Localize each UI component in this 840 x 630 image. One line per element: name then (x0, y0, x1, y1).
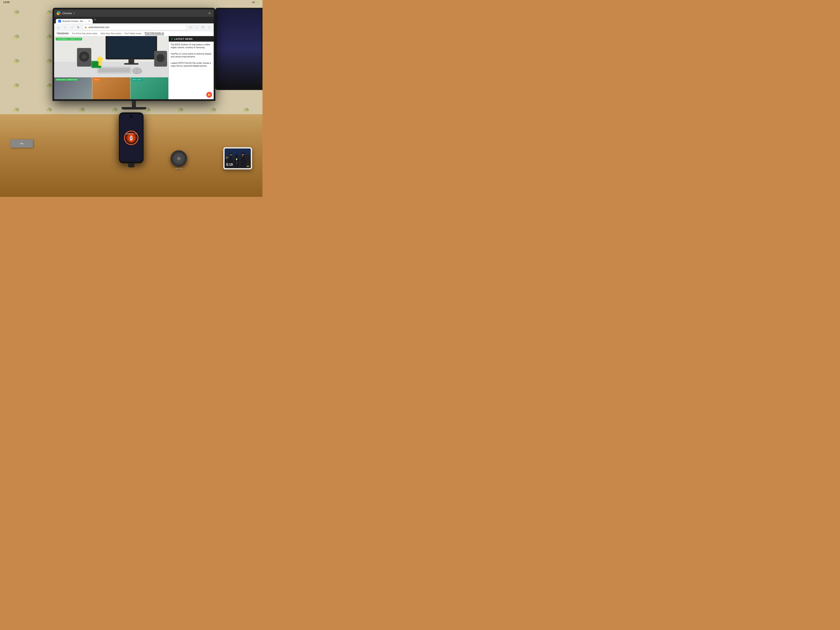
tab-close-button[interactable]: ✕ (88, 20, 90, 22)
turtle-icon: 🐢 (0, 49, 33, 73)
turtle-icon: 🐢 (0, 24, 33, 49)
chrome-titlebar: Chrome ▾ ✕ (54, 9, 214, 17)
hdd-label: HDD (20, 143, 24, 144)
sidebar-news: ★ LATEST NEWS The ASUS Zenfone 10 may fe… (169, 36, 214, 99)
chrome-close-button[interactable]: ✕ (208, 11, 211, 15)
chrome-tabs-bar: Android Central - News, Revie... ✕ + (54, 17, 214, 24)
back-button[interactable]: ← (62, 24, 68, 30)
status-time: 14:00 (3, 1, 9, 4)
signal-icon: 5G (252, 1, 255, 3)
reload-button[interactable]: ↻ (76, 24, 81, 30)
sub-article-2[interactable]: DEALS (92, 77, 130, 99)
site-nav: TRENDING Pre-Prime Day phone deals Moto … (54, 31, 214, 36)
svg-rect-41 (242, 154, 243, 155)
notification-bell-button[interactable]: 🔔 (206, 92, 212, 98)
android14-logo: ANDROID 14 (124, 131, 139, 145)
phone-stand (128, 163, 134, 167)
nav-link-pixel-tablet[interactable]: Pixel Tablet review (125, 32, 142, 35)
bookmark-button[interactable]: ☆ (188, 24, 194, 30)
smart-display: 5:19 96° (223, 147, 252, 169)
smart-display-frame: 5:19 96° (223, 147, 252, 169)
display-temp: 96° (247, 165, 249, 167)
chrome-active-tab[interactable]: Android Central - News, Revie... ✕ (56, 19, 93, 24)
svg-rect-33 (238, 155, 241, 168)
phone-frame: ANDROID 14 (119, 112, 144, 163)
home-button[interactable]: ⌂ (56, 24, 62, 30)
menu-button[interactable]: ⋮ (206, 24, 212, 30)
download-button[interactable]: ↓ (194, 24, 200, 30)
secondary-screen (216, 9, 261, 88)
desk-illustration (54, 36, 169, 77)
speaker-body (171, 150, 187, 167)
monitor: Chrome ▾ ✕ Android Central - News, Revie… (52, 8, 215, 109)
main-article[interactable]: CHROMEBOX COMPETITOR (54, 36, 169, 99)
news-item-text-3: Leaked OPPO Find N3 Flip render reveals … (171, 62, 212, 68)
smart-display-screen: 5:19 96° (224, 148, 251, 168)
chrome-browser: Chrome ▾ ✕ Android Central - News, Revie… (54, 9, 214, 99)
svg-marker-21 (130, 135, 133, 137)
speaker: CREATIVE (169, 150, 189, 169)
news-item-text-2: OnePlus 12 rumor points to welcome displ… (171, 52, 212, 58)
nav-link-razr[interactable]: Moto Razr Plus review (101, 32, 121, 35)
site-content: CHROMEBOX COMPETITOR (54, 36, 214, 99)
chrome-logo-icon (57, 11, 61, 15)
svg-rect-36 (226, 157, 227, 157)
nav-link-pixel-fold[interactable]: Pixel Fold hands on (145, 32, 164, 35)
svg-rect-39 (230, 155, 231, 155)
news-item-1[interactable]: The ASUS Zenfone 10 may feature a rather… (169, 42, 214, 51)
sub-article-1[interactable]: SOME REAL COMPETITION (54, 77, 92, 99)
chrome-dropdown-icon[interactable]: ▾ (73, 12, 74, 14)
sub-badge-3: BEST BUDS (132, 79, 142, 81)
hard-drive: HDD (11, 139, 33, 148)
url-text: androidcentral.com (88, 26, 109, 29)
extensions-button[interactable]: ⬡ (200, 24, 206, 30)
svg-rect-13 (98, 68, 130, 73)
nav-link-preprime[interactable]: Pre-Prime Day phone deals (72, 32, 98, 35)
trending-label: TRENDING (57, 32, 69, 35)
svg-rect-6 (124, 63, 139, 65)
svg-point-9 (82, 54, 86, 59)
new-tab-button[interactable]: + (94, 17, 96, 22)
sub-article-3[interactable]: BEST BUDS (130, 77, 169, 99)
hdd-body: HDD (11, 139, 33, 148)
news-item-3[interactable]: Leaked OPPO Find N3 Flip render reveals … (169, 60, 214, 69)
article-image (54, 36, 169, 77)
monitor-stand-neck (132, 101, 136, 107)
speaker-brand-label: CREATIVE (169, 167, 189, 169)
tab-favicon-icon (58, 20, 61, 22)
svg-rect-5 (128, 60, 134, 64)
turtle-icon: 🐢 (0, 73, 33, 98)
latest-news-title: LATEST NEWS (175, 38, 193, 40)
article-badge: CHROMEBOX COMPETITOR (56, 38, 82, 40)
forward-button[interactable]: → (69, 24, 75, 30)
svg-rect-42 (243, 154, 244, 155)
sub-articles-row: SOME REAL COMPETITION DEALS BEST BUDS (54, 77, 169, 99)
chrome-toolbar: ⌂ ← → ↻ 🔒 androidcentral.com (54, 24, 214, 31)
star-icon: ★ (171, 37, 173, 40)
svg-point-11 (156, 54, 164, 62)
sub-badge-2: DEALS (93, 79, 101, 81)
svg-rect-37 (227, 157, 228, 157)
toolbar-icons: ☆ ↓ ⬡ ⋮ (188, 24, 212, 30)
sub-badge-1: SOME REAL COMPETITION (55, 79, 78, 81)
phone: ANDROID 14 (119, 112, 144, 167)
speaker-cone (176, 155, 182, 162)
svg-point-18 (97, 57, 103, 62)
phone-screen: ANDROID 14 (120, 114, 142, 162)
battery-icon: 🔋 (256, 1, 259, 4)
address-bar[interactable]: 🔒 androidcentral.com (82, 24, 187, 30)
svg-point-45 (236, 158, 237, 160)
display-time: 5:19 (226, 163, 233, 167)
svg-rect-40 (231, 155, 232, 155)
lock-icon: 🔒 (84, 26, 87, 28)
svg-rect-4 (107, 36, 156, 58)
svg-rect-19 (98, 62, 101, 66)
svg-point-25 (130, 137, 132, 139)
monitor-stand-base (122, 107, 146, 109)
status-bar: 14:00 5G 🔋 (0, 0, 262, 5)
svg-rect-38 (226, 158, 227, 159)
android14-text: ANDROID 14 (126, 133, 137, 134)
news-item-text-1: The ASUS Zenfone 10 may feature a rather… (171, 43, 212, 49)
news-item-2[interactable]: OnePlus 12 rumor points to welcome displ… (169, 51, 214, 60)
svg-rect-43 (242, 155, 243, 156)
